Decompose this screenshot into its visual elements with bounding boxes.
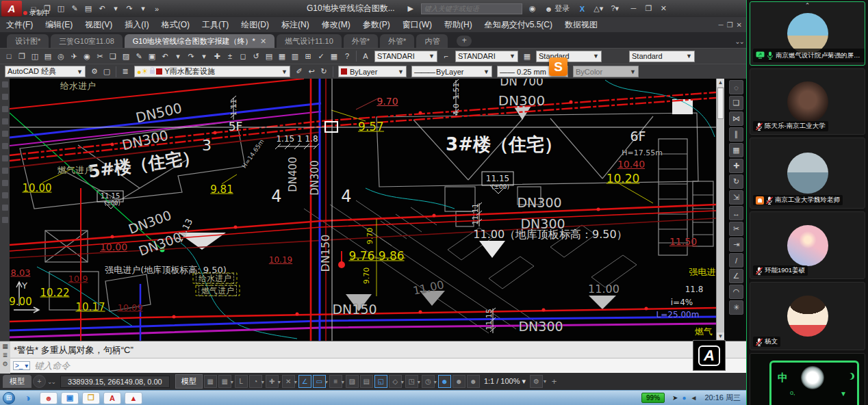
customize-wrench-icon[interactable]: ⚙	[2, 361, 8, 367]
menu-item[interactable]: 垒知易交付v5.5(C)	[478, 18, 559, 32]
properties-icon[interactable]: ▤	[263, 50, 275, 62]
explode-icon[interactable]: ✳	[729, 300, 743, 315]
help-icon[interactable]: ?▾	[609, 3, 621, 15]
scroll-up-icon[interactable]: ▲	[717, 79, 724, 87]
draw-toolbar-strip[interactable]	[0, 79, 10, 341]
quick-properties-toggle[interactable]: ▤	[360, 375, 373, 388]
exchange-apps-icon[interactable]: X	[576, 3, 588, 15]
plot-preview-icon[interactable]: ◎	[55, 50, 67, 62]
object-snap-toggle[interactable]: ✚	[266, 375, 279, 388]
layers-icon[interactable]: ≣	[119, 66, 131, 78]
rotate-icon[interactable]: ↻	[729, 174, 743, 189]
model-layout-tab[interactable]: 模型	[3, 375, 31, 388]
layer-on-icon[interactable]: ●	[137, 68, 142, 76]
text-style-icon[interactable]: A	[359, 50, 372, 62]
statusbar-gear-icon[interactable]: ⚙	[530, 375, 543, 388]
participant-tile[interactable]: 环能1901姜硕	[750, 211, 865, 279]
undo-icon[interactable]: ↶	[159, 50, 171, 62]
undo-icon[interactable]: ↶	[96, 3, 108, 15]
open-icon[interactable]: ❐	[16, 50, 28, 62]
tray-messenger-icon[interactable]: ●	[682, 394, 686, 402]
doc-restore-button[interactable]: ❐	[727, 21, 733, 29]
communication-center-icon[interactable]: △▾	[592, 3, 604, 15]
undo-drop-icon[interactable]: ▾	[172, 50, 184, 62]
tool-palettes-icon[interactable]: ▥	[289, 50, 301, 62]
help-icon[interactable]: ?	[341, 50, 353, 62]
layer-combo[interactable]: ● ☀ Y雨水配套设施▼	[134, 66, 290, 77]
menu-item[interactable]: 标注(N)	[275, 18, 316, 32]
annotation-scale[interactable]: 1:1 / 100% ▾	[484, 377, 526, 386]
infocenter-search-input[interactable]	[421, 3, 522, 14]
redo-drop-icon[interactable]: ▾	[198, 50, 210, 62]
command-grid-icon[interactable]: ▦	[2, 343, 8, 350]
3d-object-snap-toggle[interactable]: ◇	[389, 375, 402, 388]
zoom-window-icon[interactable]: ◻	[237, 50, 249, 62]
sheet-set-manager-icon[interactable]: ⊞	[302, 50, 314, 62]
table-style-icon[interactable]: ▦	[521, 50, 533, 62]
polar-tracking-dropdown-icon[interactable]: ▾	[261, 379, 264, 385]
volume-icon[interactable]: ◄	[691, 394, 698, 402]
navigation-wheel-toggle[interactable]: ◷	[422, 375, 435, 388]
cut-icon[interactable]: ✂	[94, 50, 106, 62]
annotation-autoscale-toggle[interactable]: ☻	[452, 375, 465, 388]
save-icon[interactable]: ◫	[55, 3, 67, 15]
redo-icon[interactable]: ↷	[123, 3, 136, 15]
dim-style-combo[interactable]: STANDARI▼	[455, 51, 518, 62]
more-icon[interactable]: »	[151, 3, 163, 15]
autocad-logo-icon[interactable]: A	[1, 1, 22, 16]
copy-icon[interactable]: ❏	[729, 96, 743, 110]
transparency-toggle[interactable]: ▨	[346, 375, 359, 388]
selection-area-icon[interactable]: ▢	[101, 66, 113, 78]
selection-cycling-toggle[interactable]: ◱	[374, 375, 387, 388]
participant-tile[interactable]: 南京工业大学魏玲老师	[750, 138, 865, 209]
vertical-scrollbar[interactable]: ▲ ▼	[716, 79, 724, 341]
object-snap-tracking-toggle[interactable]: ✕	[282, 375, 295, 388]
chamfer-icon[interactable]: ∠	[729, 269, 743, 283]
text-style-combo[interactable]: STANDARI▼	[374, 51, 437, 62]
redo-drop-icon[interactable]: ▾	[137, 3, 149, 15]
new-tab-button[interactable]: +	[457, 36, 472, 47]
pan-icon[interactable]: ✚	[211, 50, 223, 62]
doc-tab[interactable]: 外管*	[344, 34, 378, 48]
doc-tab[interactable]: 燃气设计11.10	[277, 34, 342, 48]
signin-button[interactable]: ☻ 登录	[543, 3, 572, 15]
publish-icon[interactable]: ✈	[68, 50, 80, 62]
participant-tile[interactable]: 陈天乐-南京工业大学	[750, 68, 865, 135]
menu-item[interactable]: 插入(I)	[118, 18, 155, 32]
meeting-app-icon[interactable]: ☻	[40, 392, 58, 404]
restore-button[interactable]: ❐	[643, 4, 654, 13]
doc-tab[interactable]: G10地块管线综合图数字报建（终）*✕	[125, 34, 275, 48]
layer-sun-icon[interactable]: ☀	[142, 67, 149, 76]
fillet-icon[interactable]: ◠	[729, 285, 743, 299]
annotation-visibility-toggle[interactable]: ☻	[438, 375, 451, 388]
menu-item[interactable]: 数据视图	[559, 18, 604, 32]
autocad-app-icon[interactable]: A	[103, 392, 121, 404]
doc-minimize-button[interactable]: ─	[719, 21, 724, 29]
menu-item[interactable]: 工具(T)	[196, 18, 235, 32]
doc-tab[interactable]: 外管*	[380, 34, 414, 48]
menu-item[interactable]: 帮助(H)	[438, 18, 478, 32]
layer-lock-icon[interactable]	[150, 70, 155, 74]
doc-tab[interactable]: 设计图*	[7, 34, 49, 48]
match-properties-icon[interactable]: ✎	[133, 50, 145, 62]
quickcalc-icon[interactable]: ▦	[328, 50, 340, 62]
linetype-combo[interactable]: ——— ByLayer▼	[411, 66, 492, 77]
plot-icon[interactable]: ▤	[82, 3, 94, 15]
scale-icon[interactable]: ⇲	[729, 190, 743, 205]
layout-chevron-icon[interactable]: ⌄⌄	[47, 378, 55, 385]
markup-icon[interactable]: ✓	[315, 50, 327, 62]
extend-icon[interactable]: ⇥	[729, 237, 743, 252]
plot-icon[interactable]: ▤	[42, 50, 54, 62]
block-editor-icon[interactable]: ▣	[146, 50, 158, 62]
photos-app-icon[interactable]: ▣	[61, 392, 79, 404]
workspace-combo[interactable]: AutoCAD 经典▼	[5, 66, 86, 77]
floating-s-icon[interactable]: S	[549, 57, 567, 76]
viewcube-dropdown-icon[interactable]: ▾	[418, 379, 420, 385]
move-icon[interactable]: ✚	[729, 159, 743, 173]
explorer-icon[interactable]: ❒	[82, 392, 100, 404]
chevron-right-icon[interactable]: ▶	[405, 3, 417, 15]
workspace-settings-gear-icon[interactable]: ⚙	[88, 66, 101, 78]
menu-item[interactable]: 文件(F)	[0, 18, 39, 32]
color-combo[interactable]: ByLayer▼	[338, 66, 407, 77]
menu-item[interactable]: 参数(P)	[357, 18, 396, 32]
